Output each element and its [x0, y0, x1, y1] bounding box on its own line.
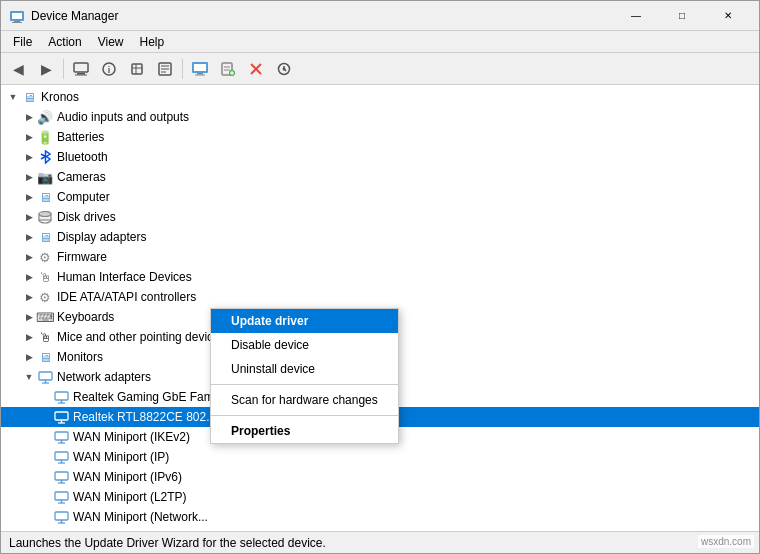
disk-expand[interactable]: ▶	[21, 209, 37, 225]
audio-label: Audio inputs and outputs	[57, 110, 189, 124]
svg-rect-19	[195, 74, 205, 75]
menu-file[interactable]: File	[5, 33, 40, 51]
tree-item-audio[interactable]: ▶ 🔊 Audio inputs and outputs	[1, 107, 759, 127]
context-update-driver[interactable]: Update driver	[211, 309, 398, 333]
toolbar-forward[interactable]: ▶	[33, 56, 59, 82]
root-label: Kronos	[41, 90, 79, 104]
menu-bar: File Action View Help	[1, 31, 759, 53]
keyboards-icon: ⌨	[37, 309, 53, 325]
ide-label: IDE ATA/ATAPI controllers	[57, 290, 196, 304]
tree-item-hid[interactable]: ▶ 🖱 Human Interface Devices	[1, 267, 759, 287]
root-icon: 🖥	[21, 89, 37, 105]
cameras-icon: 📷	[37, 169, 53, 185]
svg-rect-54	[55, 492, 68, 500]
ide-expand[interactable]: ▶	[21, 289, 37, 305]
keyboards-label: Keyboards	[57, 310, 114, 324]
net-rtl-icon	[53, 409, 69, 425]
root-expand[interactable]: ▼	[5, 89, 21, 105]
mice-expand[interactable]: ▶	[21, 329, 37, 345]
wan-ip-icon	[53, 449, 69, 465]
monitors-expand[interactable]: ▶	[21, 349, 37, 365]
tree-item-batteries[interactable]: ▶ 🔋 Batteries	[1, 127, 759, 147]
tree-item-computer[interactable]: ▶ 🖥 Computer	[1, 187, 759, 207]
context-sep1	[211, 384, 398, 385]
toolbar-update[interactable]	[271, 56, 297, 82]
wan-ipv6-label: WAN Miniport (IPv6)	[73, 470, 182, 484]
computer-expand[interactable]: ▶	[21, 189, 37, 205]
hid-expand[interactable]: ▶	[21, 269, 37, 285]
svg-rect-18	[197, 73, 203, 75]
watermark: wsxdn.com	[698, 535, 754, 548]
context-sep2	[211, 415, 398, 416]
tree-item-wan-ipv6[interactable]: ▶ WAN Miniport (IPv6)	[1, 467, 759, 487]
wan-l2tp-icon	[53, 489, 69, 505]
tree-item-bluetooth[interactable]: ▶ Bluetooth	[1, 147, 759, 167]
tree-item-firmware[interactable]: ▶ ⚙ Firmware	[1, 247, 759, 267]
svg-rect-17	[194, 64, 206, 71]
menu-action[interactable]: Action	[40, 33, 89, 51]
context-properties[interactable]: Properties	[211, 419, 398, 443]
tree-item-disk[interactable]: ▶ Disk drives	[1, 207, 759, 227]
toolbar-monitor[interactable]	[187, 56, 213, 82]
svg-rect-4	[74, 63, 88, 72]
tree-item-wan-network[interactable]: ▶ WAN Miniport (Network...	[1, 507, 759, 527]
display-expand[interactable]: ▶	[21, 229, 37, 245]
svg-point-29	[283, 67, 286, 70]
tree-item-ide[interactable]: ▶ ⚙ IDE ATA/ATAPI controllers	[1, 287, 759, 307]
audio-icon: 🔊	[37, 109, 53, 125]
wan-ikev2-label: WAN Miniport (IKEv2)	[73, 430, 190, 444]
minimize-button[interactable]: —	[613, 1, 659, 31]
wan-ip-label: WAN Miniport (IP)	[73, 450, 169, 464]
svg-point-35	[39, 211, 51, 216]
title-bar-icon	[9, 8, 25, 24]
toolbar-computer[interactable]	[68, 56, 94, 82]
tree-root[interactable]: ▼ 🖥 Kronos	[1, 87, 759, 107]
device-manager-window: Device Manager — □ ✕ File Action View He…	[0, 0, 760, 554]
tree-item-cameras[interactable]: ▶ 📷 Cameras	[1, 167, 759, 187]
bluetooth-expand[interactable]: ▶	[21, 149, 37, 165]
cameras-expand[interactable]: ▶	[21, 169, 37, 185]
toolbar-remove[interactable]	[243, 56, 269, 82]
tree-item-wan-ip[interactable]: ▶ WAN Miniport (IP)	[1, 447, 759, 467]
menu-help[interactable]: Help	[132, 33, 173, 51]
batteries-expand[interactable]: ▶	[21, 129, 37, 145]
svg-rect-48	[55, 452, 68, 460]
tree-item-display[interactable]: ▶ 🖥 Display adapters	[1, 227, 759, 247]
context-uninstall-device[interactable]: Uninstall device	[211, 357, 398, 381]
context-scan-changes[interactable]: Scan for hardware changes	[211, 388, 398, 412]
menu-view[interactable]: View	[90, 33, 132, 51]
audio-expand[interactable]: ▶	[21, 109, 37, 125]
status-bar: Launches the Update Driver Wizard for th…	[1, 531, 759, 553]
svg-rect-39	[55, 392, 68, 400]
toolbar-back[interactable]: ◀	[5, 56, 31, 82]
toolbar-properties[interactable]	[152, 56, 178, 82]
maximize-button[interactable]: □	[659, 1, 705, 31]
toolbar-add[interactable]	[215, 56, 241, 82]
computer-label: Computer	[57, 190, 110, 204]
svg-rect-57	[55, 512, 68, 520]
context-menu: Update driver Disable device Uninstall d…	[210, 308, 399, 444]
svg-rect-42	[55, 412, 68, 420]
svg-rect-1	[12, 13, 22, 19]
batteries-icon: 🔋	[37, 129, 53, 145]
title-bar-controls: — □ ✕	[613, 1, 751, 31]
monitors-label: Monitors	[57, 350, 103, 364]
toolbar: ◀ ▶ i	[1, 53, 759, 85]
firmware-label: Firmware	[57, 250, 107, 264]
wan-ipv6-icon	[53, 469, 69, 485]
net-rtl-label: Realtek RTL8822CE 802.11...	[73, 410, 233, 424]
firmware-expand[interactable]: ▶	[21, 249, 37, 265]
mice-icon: 🖱	[37, 329, 53, 345]
network-label: Network adapters	[57, 370, 151, 384]
network-expand[interactable]: ▼	[21, 369, 37, 385]
svg-rect-45	[55, 432, 68, 440]
cameras-label: Cameras	[57, 170, 106, 184]
close-button[interactable]: ✕	[705, 1, 751, 31]
tree-item-wan-l2tp[interactable]: ▶ WAN Miniport (L2TP)	[1, 487, 759, 507]
toolbar-sep1	[63, 59, 64, 79]
display-icon: 🖥	[37, 229, 53, 245]
toolbar-scan[interactable]	[124, 56, 150, 82]
toolbar-info[interactable]: i	[96, 56, 122, 82]
hid-label: Human Interface Devices	[57, 270, 192, 284]
context-disable-device[interactable]: Disable device	[211, 333, 398, 357]
